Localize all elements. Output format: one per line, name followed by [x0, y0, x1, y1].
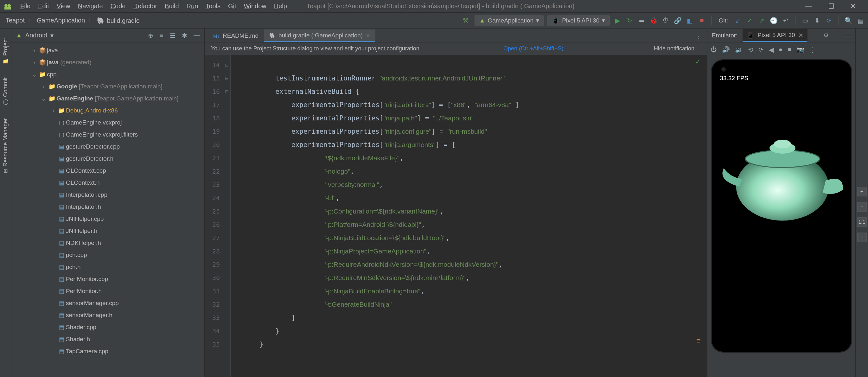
tree-arrow-icon[interactable]: ›: [30, 47, 38, 54]
menu-git[interactable]: Git: [224, 1, 240, 11]
zoom-in-button[interactable]: +: [857, 187, 867, 196]
git-commit-icon[interactable]: ✓: [745, 17, 754, 24]
sort-icon[interactable]: ≡: [160, 32, 163, 39]
menu-tools[interactable]: Tools: [202, 1, 224, 11]
tree-node[interactable]: ›📁Google [Teapot.GameApplication.main]: [11, 81, 204, 93]
tree-arrow-icon[interactable]: ›: [40, 83, 48, 90]
close-icon[interactable]: ✕: [798, 32, 803, 39]
tree-node[interactable]: ▤Shader.h: [11, 333, 204, 345]
overview-icon[interactable]: ■: [787, 46, 791, 53]
tree-node[interactable]: ▤TapCamera.cpp: [11, 345, 204, 357]
menu-edit[interactable]: Edit: [34, 1, 53, 11]
sdk-manager-icon[interactable]: ⬇: [812, 17, 822, 24]
screenshot-icon[interactable]: 📷: [797, 46, 804, 54]
git-rollback-icon[interactable]: ↶: [781, 17, 790, 24]
device-selector[interactable]: 📱 Pixel 5 API 30 ▾: [547, 15, 610, 26]
app-inspection-icon[interactable]: ◧: [685, 17, 694, 24]
crumb-file[interactable]: 🐘build.gradle: [94, 17, 142, 24]
tree-node[interactable]: ▢GameEngine.vcxproj.filters: [11, 129, 204, 141]
code-editor[interactable]: 14 15 16 17 18 19 20 21 22 23 24 25 26 2…: [205, 55, 707, 377]
tree-node[interactable]: ▤JNIHelper.cpp: [11, 213, 204, 225]
stop-icon[interactable]: ■: [697, 17, 706, 24]
home-icon[interactable]: ●: [779, 46, 782, 53]
menu-window[interactable]: Window: [240, 1, 270, 11]
settings-icon[interactable]: ▦: [856, 17, 865, 24]
volume-up-icon[interactable]: 🔊: [722, 46, 730, 54]
power-icon[interactable]: ⏻: [711, 46, 717, 53]
tree-arrow-icon[interactable]: ⌄: [30, 71, 38, 78]
tree-node[interactable]: ›📁Debug.Android-x86: [11, 104, 204, 117]
tree-node[interactable]: ▤pch.h: [11, 261, 204, 273]
collapse-icon[interactable]: —: [193, 32, 200, 39]
banner-hide-link[interactable]: Hide notification: [648, 45, 701, 52]
coverage-icon[interactable]: ≔: [637, 17, 646, 24]
tree-node[interactable]: ▤PerfMonitor.h: [11, 285, 204, 297]
tree-node[interactable]: ▤gestureDetector.cpp: [11, 141, 204, 153]
tree-node[interactable]: ⌄📁cpp: [11, 68, 204, 81]
tree-node[interactable]: ▤sensorManager.h: [11, 309, 204, 321]
more-icon[interactable]: ⋮: [809, 46, 816, 54]
search-icon[interactable]: 🔍: [844, 17, 853, 24]
rotate-left-icon[interactable]: ⟲: [748, 46, 753, 54]
tree-node[interactable]: ▢GameEngine.vcxproj: [11, 117, 204, 129]
tree-node[interactable]: ▤pch.cpp: [11, 249, 204, 261]
tree-arrow-icon[interactable]: ›: [50, 107, 57, 114]
tool-commit[interactable]: ◯Commit: [2, 77, 9, 105]
tree-node[interactable]: ▤PerfMonitor.cpp: [11, 273, 204, 285]
crumb-module[interactable]: GameApplication: [34, 17, 87, 24]
back-icon[interactable]: ◀: [769, 46, 774, 54]
tree-node[interactable]: ▤NDKHelper.h: [11, 237, 204, 249]
tree-arrow-icon[interactable]: ›: [30, 59, 38, 66]
tree-node[interactable]: ▤sensorManager.cpp: [11, 297, 204, 309]
profile-icon[interactable]: ⏱: [661, 17, 670, 24]
inspection-warn-icon[interactable]: ≡: [696, 337, 701, 345]
window-close-icon[interactable]: ✕: [850, 2, 856, 10]
zoom-fit-button[interactable]: ⛶: [857, 232, 867, 242]
tree-node[interactable]: ›📦java: [11, 44, 204, 56]
tree-node[interactable]: ▤gestureDetector.h: [11, 153, 204, 165]
menu-code[interactable]: Code: [107, 1, 130, 11]
attach-debugger-icon[interactable]: 🔗: [673, 17, 682, 24]
run-config-selector[interactable]: ▲ GameApplication ▾: [474, 15, 544, 26]
menu-view[interactable]: View: [53, 1, 74, 11]
banner-open-link[interactable]: Open (Ctrl+Alt+Shift+S): [497, 45, 570, 52]
filter-icon[interactable]: ☰: [170, 32, 176, 39]
tool-resource-manager[interactable]: ⊞Resource Manager: [2, 118, 9, 173]
window-maximize-icon[interactable]: ☐: [828, 2, 834, 10]
tree-node[interactable]: ▤JNIHelper.h: [11, 225, 204, 237]
tree-node[interactable]: ▤GLContext.h: [11, 177, 204, 189]
rotate-right-icon[interactable]: ⟳: [758, 46, 764, 54]
menu-build[interactable]: Build: [161, 1, 183, 11]
gear-icon[interactable]: ⚙: [823, 32, 829, 39]
gear-icon[interactable]: ✱: [182, 32, 187, 39]
menu-help[interactable]: Help: [270, 1, 291, 11]
build-hammer-icon[interactable]: ⚒: [460, 17, 471, 25]
run-icon[interactable]: ▶: [613, 17, 622, 24]
emulator-device-tab[interactable]: 📱 Pixel 5 API 30 ✕: [743, 29, 807, 42]
tree-node[interactable]: ▤Shader.cpp: [11, 321, 204, 333]
close-icon[interactable]: ✕: [366, 33, 370, 39]
tree-node[interactable]: ▤GLContext.cpp: [11, 165, 204, 177]
tab-build-gradle[interactable]: 🐘 build.gradle (:GameApplication) ✕: [264, 29, 375, 42]
apply-changes-icon[interactable]: ↻: [625, 17, 634, 24]
zoom-actual-button[interactable]: 1:1: [857, 217, 867, 227]
fold-gutter[interactable]: ⊟ ⊟ ⊟: [223, 55, 230, 377]
menu-refactor[interactable]: Refactor: [129, 1, 161, 11]
tree-node[interactable]: ▤Interpolator.cpp: [11, 189, 204, 201]
menu-run[interactable]: Run: [183, 1, 202, 11]
code-content[interactable]: testInstrumentationRunner "androidx.test…: [230, 55, 707, 377]
tree-arrow-icon[interactable]: ⌄: [40, 95, 48, 102]
project-tree[interactable]: ›📦java›📦java (generated)⌄📁cpp›📁Google [T…: [11, 42, 204, 377]
git-update-icon[interactable]: ↙: [733, 17, 742, 24]
device-frame[interactable]: 33.32 FPS: [712, 60, 851, 352]
menu-file[interactable]: File: [17, 1, 34, 11]
tab-readme[interactable]: M↓ README.md: [208, 29, 264, 42]
tree-node[interactable]: ›📦java (generated): [11, 56, 204, 68]
crumb-project[interactable]: Teapot: [3, 17, 27, 24]
volume-down-icon[interactable]: 🔉: [735, 46, 743, 54]
debug-icon[interactable]: 🐞: [649, 17, 658, 24]
tree-node[interactable]: ▤Interpolator.h: [11, 201, 204, 213]
project-view-selector[interactable]: ▲ Android ▾: [16, 32, 54, 39]
tool-project[interactable]: 📁Project: [2, 38, 9, 65]
menu-navigate[interactable]: Navigate: [74, 1, 107, 11]
